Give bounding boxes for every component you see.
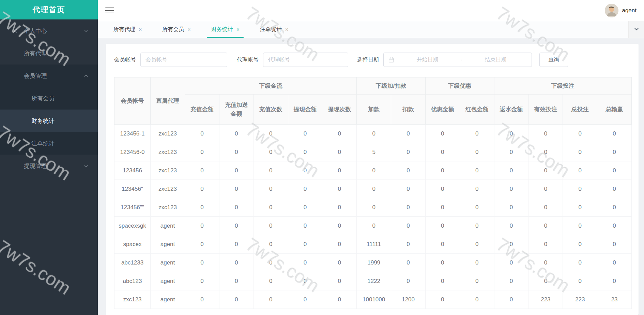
table-row: 123456""zxc1230000000000000	[114, 198, 632, 217]
value-cell: 0	[288, 217, 322, 235]
value-cell: 0	[322, 254, 357, 272]
value-cell: 0	[494, 198, 528, 217]
value-cell: 0	[563, 125, 597, 143]
sidebar-item-member-management[interactable]: 会员管理	[0, 65, 98, 87]
sidebar-item-personal-center[interactable]: 个人中心	[0, 19, 98, 42]
value-cell: 0	[357, 180, 391, 198]
member-account-input[interactable]	[140, 53, 227, 67]
col-header: 优惠金额	[425, 95, 460, 125]
value-cell: 0	[254, 217, 288, 235]
col-header: 加款	[357, 95, 391, 125]
value-cell: 0	[460, 254, 494, 272]
col-header: 有效投注	[528, 95, 563, 125]
direct-agent-cell: agent	[151, 254, 185, 272]
value-cell: 0	[357, 217, 391, 235]
sidebar-item-bet-stats[interactable]: 注单统计	[0, 132, 98, 155]
sidebar-item-label: 会员管理	[0, 72, 47, 80]
start-date-input[interactable]	[396, 57, 459, 63]
value-cell: 0	[288, 143, 322, 161]
value-cell: 0	[185, 198, 219, 217]
value-cell: 0	[254, 254, 288, 272]
value-cell: 0	[288, 290, 322, 309]
value-cell: 0	[563, 272, 597, 290]
hamburger-menu-icon[interactable]	[105, 8, 114, 14]
value-cell: 0	[425, 125, 460, 143]
sidebar-item-all-members[interactable]: 所有会员	[0, 87, 98, 110]
direct-agent-cell: zxc123	[151, 180, 185, 198]
sidebar-item-all-agents[interactable]: 所有代理	[0, 42, 98, 65]
agent-account-label: 代理帐号	[237, 56, 259, 63]
member-account-cell: 123456"	[114, 180, 151, 198]
value-cell: 0	[425, 161, 460, 180]
value-cell: 0	[219, 180, 254, 198]
sidebar-item-label: 个人中心	[0, 27, 47, 35]
value-cell: 0	[528, 143, 563, 161]
value-cell: 0	[288, 125, 322, 143]
sidebar-item-withdraw-management[interactable]: 提现管理	[0, 155, 98, 177]
value-cell: 0	[528, 235, 563, 254]
value-cell: 0	[185, 272, 219, 290]
value-cell: 0	[357, 125, 391, 143]
value-cell: 0	[563, 235, 597, 254]
tab-finance-stats[interactable]: 财务统计 ×	[205, 21, 246, 38]
value-cell: 0	[460, 143, 494, 161]
value-cell: 0	[528, 272, 563, 290]
value-cell: 0	[357, 198, 391, 217]
sidebar-item-finance-stats[interactable]: 财务统计	[0, 110, 98, 132]
table-body: 123456-1zxc1230000000000000123456-0zxc12…	[114, 125, 632, 309]
date-separator: -	[459, 57, 464, 63]
tab-overflow-button[interactable]	[628, 21, 644, 38]
tab-close-icon[interactable]: ×	[139, 27, 142, 33]
value-cell: 0	[425, 290, 460, 309]
value-cell: 0	[494, 217, 528, 235]
agent-account-input[interactable]	[263, 53, 348, 67]
col-header: 提现次数	[322, 95, 357, 125]
col-header-member-account: 会员帐号	[114, 77, 151, 125]
search-button[interactable]: 查询	[539, 53, 568, 67]
date-range-picker[interactable]: -	[383, 53, 532, 67]
value-cell: 0	[185, 290, 219, 309]
tab-label: 所有代理	[113, 26, 135, 33]
tab-bet-stats[interactable]: 注单统计 ×	[254, 21, 294, 38]
value-cell: 0	[494, 180, 528, 198]
app-title: 代理首页	[0, 0, 98, 19]
table-header: 会员帐号 直属代理 下级金流 下级加/扣款 下级优惠 下级投注 充值金额 充值加…	[114, 77, 632, 125]
value-cell: 0	[391, 180, 426, 198]
tab-close-icon[interactable]: ×	[187, 27, 190, 33]
value-cell: 0	[563, 161, 597, 180]
table-row: 123456-1zxc1230000000000000	[114, 125, 632, 143]
value-cell: 0	[322, 272, 357, 290]
value-cell: 11111	[357, 235, 391, 254]
value-cell: 0	[460, 290, 494, 309]
table-row: abc123agent0000012220000000	[114, 272, 632, 290]
group-header-betting: 下级投注	[494, 77, 631, 95]
sidebar-menu: 个人中心 所有代理 会员管理 所有会员 财务统计 注单统计	[0, 19, 98, 177]
value-cell: 0	[288, 198, 322, 217]
tab-label: 注单统计	[260, 26, 282, 33]
user-menu[interactable]: agent	[605, 4, 637, 17]
value-cell: 0	[425, 217, 460, 235]
member-account-cell: 123456""	[114, 198, 151, 217]
table-row: abc1233agent0000019990000000	[114, 254, 632, 272]
value-cell: 0	[254, 161, 288, 180]
value-cell: 1222	[357, 272, 391, 290]
value-cell: 0	[597, 217, 632, 235]
direct-agent-cell: agent	[151, 290, 185, 309]
value-cell: 0	[494, 161, 528, 180]
group-header-cash-flow: 下级金流	[185, 77, 357, 95]
value-cell: 0	[288, 272, 322, 290]
tab-close-icon[interactable]: ×	[285, 27, 288, 33]
value-cell: 0	[597, 235, 632, 254]
tab-all-agents[interactable]: 所有代理 ×	[107, 21, 148, 38]
value-cell: 0	[254, 235, 288, 254]
value-cell: 0	[563, 180, 597, 198]
tab-close-icon[interactable]: ×	[236, 27, 240, 33]
filter-bar: 会员帐号 代理帐号 选择日期 - 查询	[114, 53, 632, 67]
value-cell: 0	[460, 180, 494, 198]
value-cell: 0	[528, 125, 563, 143]
table-row: spacexsgkagent0000000000000	[114, 217, 632, 235]
value-cell: 0	[219, 290, 254, 309]
end-date-input[interactable]	[464, 57, 527, 63]
panel-card: 会员帐号 代理帐号 选择日期 - 查询	[106, 44, 639, 315]
tab-all-members[interactable]: 所有会员 ×	[156, 21, 197, 38]
